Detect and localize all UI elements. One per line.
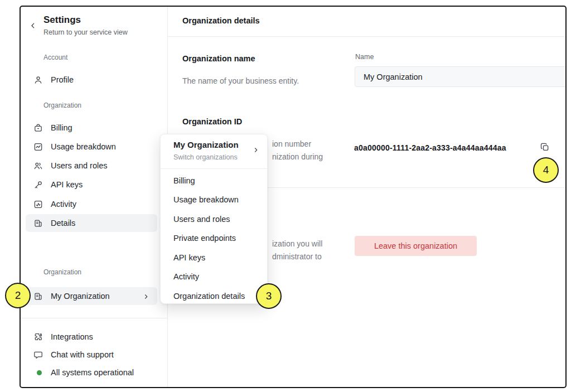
page-title: Organization details xyxy=(182,16,260,25)
chat-bubble-icon xyxy=(32,349,43,360)
sidebar-item-label: Chat with support xyxy=(51,350,114,359)
organization-icon xyxy=(32,217,43,229)
copy-icon xyxy=(539,142,550,153)
menu-divider xyxy=(161,168,267,169)
sidebar-item-usage-breakdown[interactable]: Usage breakdown xyxy=(26,138,157,156)
menu-item-activity[interactable]: Activity xyxy=(161,267,267,286)
sidebar-item-integrations[interactable]: Integrations xyxy=(26,328,157,346)
menu-item-private-endpoints[interactable]: Private endpoints xyxy=(161,229,267,248)
usage-chart-icon xyxy=(32,141,43,152)
organization-switcher-menu: My Organization Switch organizations Bil… xyxy=(160,134,268,304)
name-field-label: Name xyxy=(355,53,374,61)
menu-subtitle: Switch organizations xyxy=(173,153,238,161)
org-name-description: The name of your business entity. xyxy=(182,76,299,85)
menu-item-users-and-roles[interactable]: Users and roles xyxy=(161,210,267,229)
sidebar-item-label: Users and roles xyxy=(51,161,108,170)
menu-title[interactable]: My Organization xyxy=(173,140,239,149)
leave-organization-button[interactable]: Leave this organization xyxy=(355,236,477,256)
status-dot-icon xyxy=(32,367,43,378)
page: Settings Return to your service view Acc… xyxy=(0,0,571,392)
leave-description-line1: ization you will xyxy=(272,239,322,248)
sidebar-item-my-organization[interactable]: My Organization xyxy=(26,287,157,305)
chevron-left-icon xyxy=(29,22,37,30)
organization-id-value: a0a00000-1111-2aa2-a333-a4a44aa444aa xyxy=(354,143,506,152)
organization-switcher-label: Organization xyxy=(43,268,81,276)
back-button[interactable] xyxy=(28,21,38,31)
org-id-description-line1: ion number xyxy=(272,139,311,148)
chevron-right-icon xyxy=(253,146,259,156)
menu-item-api-keys[interactable]: API keys xyxy=(161,248,267,267)
settings-title: Settings xyxy=(43,14,81,26)
sidebar-item-details[interactable]: Details xyxy=(26,214,157,232)
status-label: All systems operational xyxy=(51,368,134,377)
sidebar-item-profile[interactable]: Profile xyxy=(26,71,157,89)
header-divider xyxy=(168,36,567,37)
sidebar-item-api-keys[interactable]: API keys xyxy=(26,176,157,193)
menu-item-billing[interactable]: Billing xyxy=(161,171,267,190)
sidebar-item-label: API keys xyxy=(51,180,83,189)
users-icon xyxy=(32,160,43,171)
settings-subtitle: Return to your service view xyxy=(43,28,128,36)
menu-item-organization-details[interactable]: Organization details xyxy=(161,287,267,306)
account-section-label: Account xyxy=(43,54,67,61)
copy-button[interactable] xyxy=(538,141,551,154)
user-icon xyxy=(32,74,43,85)
system-status-link[interactable]: All systems operational xyxy=(26,364,157,381)
sidebar-item-users-and-roles[interactable]: Users and roles xyxy=(26,157,157,175)
sidebar-item-label: Profile xyxy=(51,75,74,84)
key-icon xyxy=(32,179,43,190)
billing-icon xyxy=(32,122,43,133)
sidebar-item-activity[interactable]: Activity xyxy=(26,195,157,213)
leave-description-line2: dministrator to xyxy=(272,252,322,261)
sidebar-footer-divider xyxy=(20,318,167,318)
chevron-right-icon xyxy=(143,293,149,302)
sidebar-item-billing[interactable]: Billing xyxy=(26,119,157,137)
org-id-description-line2: nization during xyxy=(272,152,323,161)
org-name-section-title: Organization name xyxy=(182,54,255,63)
sidebar-item-label: Activity xyxy=(51,200,76,209)
puzzle-icon xyxy=(32,331,43,342)
sidebar-item-label: Billing xyxy=(51,123,72,132)
menu-item-usage-breakdown[interactable]: Usage breakdown xyxy=(161,190,267,209)
app-window: Settings Return to your service view Acc… xyxy=(20,6,567,388)
sidebar-item-label: My Organization xyxy=(51,292,110,301)
organization-section-label: Organization xyxy=(43,101,81,109)
org-id-section-title: Organization ID xyxy=(182,117,242,126)
activity-icon xyxy=(32,199,43,210)
sidebar-item-chat-support[interactable]: Chat with support xyxy=(26,346,157,364)
sidebar-item-label: Details xyxy=(51,219,75,228)
annotation-badge-3: 3 xyxy=(256,283,282,309)
sidebar-item-label: Usage breakdown xyxy=(51,142,116,151)
sidebar-item-label: Integrations xyxy=(51,332,93,341)
organization-name-input[interactable] xyxy=(355,66,567,87)
organization-icon xyxy=(32,291,43,302)
annotation-badge-4: 4 xyxy=(533,157,559,183)
annotation-badge-2: 2 xyxy=(5,283,31,308)
